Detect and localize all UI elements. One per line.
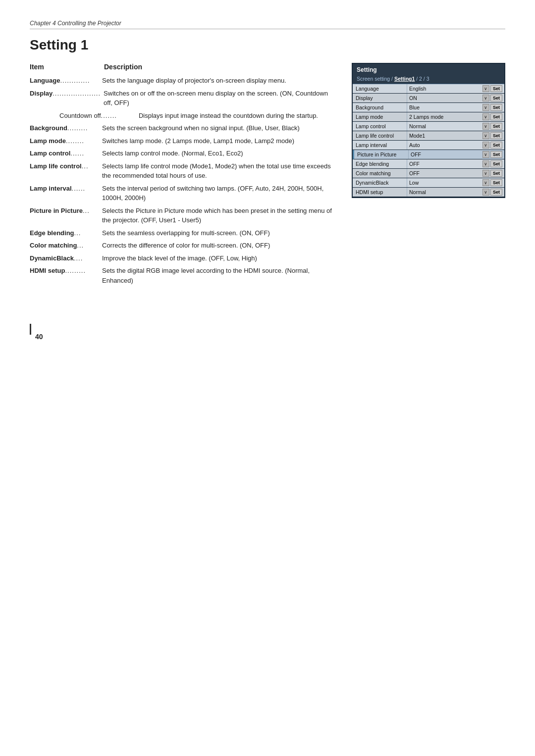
panel-row-edge: Edge blending OFF ∨ Set (353, 159, 504, 169)
row-value: Normal (407, 122, 482, 131)
row-controls: ∨ Set (482, 95, 504, 101)
list-item: Lamp control...... Selects lamp control … (30, 149, 337, 158)
set-button[interactable]: Set (490, 104, 502, 111)
row-value: Low (407, 178, 482, 187)
row-label: DynamicBlack (353, 178, 407, 187)
item-label: Edge blending... (30, 228, 99, 238)
item-desc: Selects lamp control mode. (Normal, Eco1… (102, 149, 337, 158)
row-controls: ∨ Set (482, 189, 504, 196)
breadcrumb-2[interactable]: 2 (419, 76, 422, 82)
panel-row-display: Display ON ∨ Set (353, 94, 504, 103)
row-label: Picture in Picture (354, 150, 409, 159)
row-value: OFF (407, 159, 482, 168)
row-controls: ∨ Set (482, 179, 504, 186)
list-item: Display..................... Switches on… (30, 89, 337, 108)
item-desc: Selects lamp life control mode (Mode1, M… (102, 161, 337, 181)
row-label: Color matching (353, 169, 407, 178)
item-desc: Switches lamp mode. (2 Lamps mode, Lamp1… (102, 136, 337, 146)
dropdown-button[interactable]: ∨ (482, 151, 489, 158)
set-button[interactable]: Set (490, 151, 502, 158)
item-label: Picture in Picture... (30, 206, 99, 225)
item-desc: Corrects the difference of color for mul… (102, 241, 337, 251)
row-value: Normal (407, 188, 482, 197)
dropdown-button[interactable]: ∨ (482, 179, 489, 186)
dropdown-button[interactable]: ∨ (482, 113, 489, 120)
item-desc: Improve the black level of the image. (O… (102, 253, 337, 263)
dropdown-button[interactable]: ∨ (482, 189, 489, 196)
set-button[interactable]: Set (490, 132, 502, 139)
row-controls: ∨ Set (482, 123, 504, 130)
panel-row-language: Language English ∨ Set (353, 84, 504, 94)
dropdown-button[interactable]: ∨ (482, 104, 489, 111)
item-label: Lamp control...... (30, 149, 99, 158)
item-label: Display..................... (30, 89, 101, 108)
item-label: Language............. (30, 76, 99, 86)
list-item: Lamp interval...... Sets the interval pe… (30, 184, 337, 203)
row-value: OFF (407, 169, 482, 178)
row-label: Edge blending (353, 159, 407, 168)
row-value: ON (407, 94, 482, 102)
item-label: Lamp interval...... (30, 184, 99, 203)
item-label: HDMI setup......... (30, 266, 99, 285)
row-label: HDMI setup (353, 188, 407, 197)
row-label: Background (353, 103, 407, 112)
panel-row-background: Background Blue ∨ Set (353, 103, 504, 112)
dropdown-button[interactable]: ∨ (482, 160, 489, 167)
dropdown-button[interactable]: ∨ (482, 142, 489, 149)
set-button[interactable]: Set (490, 170, 502, 177)
panel-row-lamp-life: Lamp life control Mode1 ∨ Set (353, 131, 504, 141)
item-label: Lamp mode........ (30, 136, 99, 146)
dropdown-button[interactable]: ∨ (482, 170, 489, 177)
dropdown-button[interactable]: ∨ (482, 132, 489, 139)
item-desc: Sets the language display of projector's… (102, 76, 337, 86)
row-label: Lamp mode (353, 112, 407, 121)
list-item: Picture in Picture... Selects the Pictur… (30, 206, 337, 225)
list-item: Edge blending... Sets the seamless overl… (30, 228, 337, 238)
list-item: DynamicBlack.... Improve the black level… (30, 253, 337, 263)
row-controls: ∨ Set (482, 113, 504, 120)
page-divider (30, 324, 31, 335)
chapter-title: Chapter 4 Controlling the Projector (30, 20, 505, 27)
header-description: Description (104, 63, 142, 71)
item-label: Lamp life control... (30, 161, 99, 181)
main-layout: Item Description Language............. S… (30, 63, 505, 288)
row-controls: ∨ Set (482, 160, 504, 167)
row-controls: ∨ Set (482, 104, 504, 111)
row-controls: ∨ Set (482, 132, 504, 139)
item-desc: Sets the digital RGB image level accordi… (102, 266, 337, 285)
set-button[interactable]: Set (490, 85, 502, 92)
list-item: Lamp mode........ Switches lamp mode. (2… (30, 136, 337, 146)
item-desc: Switches on or off the on-screen menu di… (104, 89, 337, 108)
set-button[interactable]: Set (490, 113, 502, 120)
row-value: 2 Lamps mode (407, 112, 482, 121)
list-item: HDMI setup......... Sets the digital RGB… (30, 266, 337, 285)
panel-row-lamp-mode: Lamp mode 2 Lamps mode ∨ Set (353, 112, 504, 122)
row-label: Language (353, 84, 407, 93)
dropdown-button[interactable]: ∨ (482, 85, 489, 92)
table-header: Item Description (30, 63, 337, 72)
row-controls: ∨ Set (482, 142, 504, 149)
row-value: English (407, 84, 482, 93)
item-label: Countdown off....... (59, 111, 117, 121)
set-button[interactable]: Set (490, 160, 502, 167)
set-button[interactable]: Set (490, 123, 502, 130)
set-button[interactable]: Set (490, 179, 502, 186)
dropdown-button[interactable]: ∨ (482, 123, 489, 130)
row-label: Lamp control (353, 122, 407, 131)
panel-title: Setting (353, 64, 504, 75)
panel-row-dynamic: DynamicBlack Low ∨ Set (353, 178, 504, 188)
panel-row-pip: Picture in Picture OFF ∨ Set (353, 150, 504, 159)
set-button[interactable]: Set (490, 189, 502, 196)
list-item-indent: Countdown off....... Displays input imag… (30, 111, 337, 121)
section-title: Setting 1 (30, 37, 505, 53)
row-controls: ∨ Set (482, 170, 504, 177)
breadcrumb-3[interactable]: 3 (427, 76, 429, 82)
item-desc: Selects the Picture in Picture mode whic… (102, 206, 337, 225)
set-button[interactable]: Set (490, 95, 502, 101)
breadcrumb-screen-setting: Screen setting (357, 76, 390, 82)
dropdown-button[interactable]: ∨ (482, 95, 489, 101)
projector-panel: Setting Screen setting / Setting1 / 2 / … (352, 63, 505, 198)
breadcrumb-setting1[interactable]: Setting1 (394, 76, 415, 82)
set-button[interactable]: Set (490, 142, 502, 149)
panel-row-color: Color matching OFF ∨ Set (353, 169, 504, 178)
